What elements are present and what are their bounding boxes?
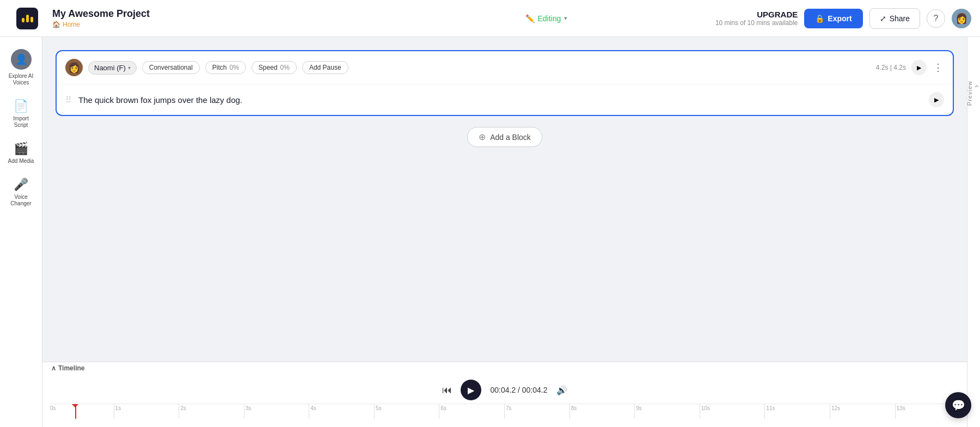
sidebar-item-voice-changer[interactable]: 🎤 VoiceChanger	[2, 172, 40, 212]
drag-handle-icon[interactable]: ⠿	[65, 95, 72, 105]
add-block-label: Add a Block	[490, 133, 531, 142]
conversational-label: Conversational	[149, 64, 193, 71]
timeline-tick: 2s	[179, 404, 244, 419]
lock-icon: 🔒	[815, 14, 824, 23]
add-block-plus-icon: ⊕	[479, 132, 486, 142]
preview-panel[interactable]: Preview ‹	[967, 37, 980, 427]
timeline-play-button[interactable]: ▶	[461, 380, 481, 400]
add-block-area: ⊕ Add a Block	[56, 127, 954, 147]
logo-bar-1	[22, 18, 24, 22]
timeline-grid: 0s1s2s3s4s5s6s7s8s9s10s11s12s13s	[49, 404, 960, 419]
main-layout: 👤 Explore AIVoices 📄 ImportScript 🎬 Add …	[0, 37, 980, 427]
speed-label: Speed	[259, 64, 278, 71]
chevron-up-icon: ∧	[51, 364, 56, 372]
explore-voices-avatar: 👤	[11, 49, 32, 70]
voice-changer-icon: 🎤	[14, 178, 28, 192]
timeline-track: 0s1s2s3s4s5s6s7s8s9s10s11s12s13s	[42, 404, 967, 427]
upgrade-area: UPGRADE 10 mins of 10 mins available	[715, 10, 798, 27]
chevron-down-icon: ▾	[564, 15, 567, 22]
chat-icon: 💬	[952, 399, 965, 412]
logo-area	[9, 8, 46, 29]
voice-block-body: ⠿ The quick brown fox jumps over the laz…	[57, 84, 953, 115]
sidebar-item-import-script[interactable]: 📄 ImportScript	[2, 94, 40, 134]
project-info: My Awesome Project 🏠 Home	[52, 8, 377, 28]
voice-name-chevron-icon: ▾	[128, 65, 131, 71]
share-label: Share	[890, 14, 910, 23]
sidebar-item-explore-label: Explore AIVoices	[9, 73, 34, 86]
chat-bubble-button[interactable]: 💬	[945, 392, 971, 418]
logo-bar-2	[26, 15, 29, 22]
timeline-toggle[interactable]: ∧ Timeline	[51, 364, 84, 372]
voice-name-label: Naomi (F)	[94, 64, 126, 72]
skip-back-icon: ⏮	[442, 385, 452, 395]
share-icon: ⤢	[880, 14, 886, 23]
timeline-tick: 12s	[830, 404, 896, 419]
project-title: My Awesome Project	[52, 8, 377, 20]
speed-value: 0%	[280, 64, 290, 71]
timeline-label: Timeline	[58, 364, 84, 372]
voice-name-button[interactable]: Naomi (F) ▾	[88, 61, 137, 75]
voice-text-play-button[interactable]: ▶	[929, 92, 944, 107]
upgrade-label: UPGRADE	[715, 10, 798, 19]
editor-area: 👩 Naomi (F) ▾ Conversational Pitch 0% Sp…	[42, 37, 967, 362]
skip-back-button[interactable]: ⏮	[442, 385, 452, 396]
content-area: 👩 Naomi (F) ▾ Conversational Pitch 0% Sp…	[42, 37, 967, 427]
voice-avatar: 👩	[65, 59, 83, 76]
avatar[interactable]: 👩	[952, 9, 971, 28]
app-header: My Awesome Project 🏠 Home ✏️ Editing ▾ U…	[0, 0, 980, 37]
preview-label: Preview	[966, 81, 973, 106]
add-pause-label: Add Pause	[309, 64, 341, 71]
pitch-label: Pitch	[212, 64, 227, 71]
import-script-icon: 📄	[14, 99, 28, 113]
play-text-icon: ▶	[934, 96, 939, 103]
voice-duration: 4.2s | 4.2s	[876, 64, 906, 71]
timeline-tick: 5s	[375, 404, 440, 419]
breadcrumb: 🏠 Home	[52, 21, 377, 28]
timeline-time-display: 00:04.2 / 00:04.2	[490, 386, 547, 394]
export-button[interactable]: 🔒 Export	[804, 9, 862, 28]
add-pause-button[interactable]: Add Pause	[302, 61, 348, 74]
volume-icon: 🔊	[556, 386, 567, 395]
pitch-button[interactable]: Pitch 0%	[205, 61, 246, 74]
export-label: Export	[828, 14, 852, 23]
help-button[interactable]: ?	[927, 9, 945, 28]
more-icon: ⋮	[933, 62, 943, 73]
speed-button[interactable]: Speed 0%	[252, 61, 297, 74]
upgrade-sub: 10 mins of 10 mins available	[715, 19, 798, 27]
timeline: ∧ Timeline ⏮ ▶ 00:04.2 / 00:04.2 🔊 0s1s2…	[42, 362, 967, 427]
conversational-button[interactable]: Conversational	[142, 61, 200, 74]
sidebar-item-import-label: ImportScript	[13, 115, 28, 129]
voice-block-header: 👩 Naomi (F) ▾ Conversational Pitch 0% Sp…	[57, 51, 953, 84]
timeline-tick: 1s	[114, 404, 180, 419]
logo-icon	[16, 8, 38, 29]
sidebar-item-voice-changer-label: VoiceChanger	[10, 194, 31, 207]
timeline-tick: 6s	[439, 404, 505, 419]
preview-collapse-icon[interactable]: ‹	[973, 85, 981, 88]
editing-label: Editing	[538, 14, 561, 23]
editing-badge[interactable]: ✏️ Editing ▾	[525, 14, 568, 23]
timeline-tick: 7s	[505, 404, 570, 419]
timeline-tick: 3s	[244, 404, 310, 419]
volume-button[interactable]: 🔊	[556, 385, 567, 395]
add-media-icon: 🎬	[14, 142, 28, 156]
header-right: UPGRADE 10 mins of 10 mins available 🔒 E…	[715, 8, 971, 29]
timeline-header: ∧ Timeline	[42, 362, 967, 374]
voice-more-button[interactable]: ⋮	[932, 62, 944, 74]
sidebar: 👤 Explore AIVoices 📄 ImportScript 🎬 Add …	[0, 37, 42, 427]
timeline-tick: 0s	[49, 404, 114, 419]
share-button[interactable]: ⤢ Share	[869, 8, 920, 29]
sidebar-item-explore-ai-voices[interactable]: 👤 Explore AIVoices	[2, 44, 40, 91]
timeline-tick: 10s	[700, 404, 765, 419]
breadcrumb-home[interactable]: Home	[63, 21, 80, 28]
sidebar-item-media-label: Add Media	[8, 158, 34, 164]
playhead[interactable]	[75, 404, 76, 419]
home-icon: 🏠	[52, 21, 60, 28]
timeline-tick: 11s	[765, 404, 830, 419]
sidebar-item-add-media[interactable]: 🎬 Add Media	[2, 136, 40, 170]
add-block-button[interactable]: ⊕ Add a Block	[467, 127, 542, 147]
timeline-play-icon: ▶	[468, 385, 474, 395]
voice-play-button[interactable]: ▶	[911, 60, 927, 75]
pitch-value: 0%	[230, 64, 239, 71]
voice-text[interactable]: The quick brown fox jumps over the lazy …	[78, 95, 922, 105]
timeline-controls: ⏮ ▶ 00:04.2 / 00:04.2 🔊	[42, 374, 967, 404]
